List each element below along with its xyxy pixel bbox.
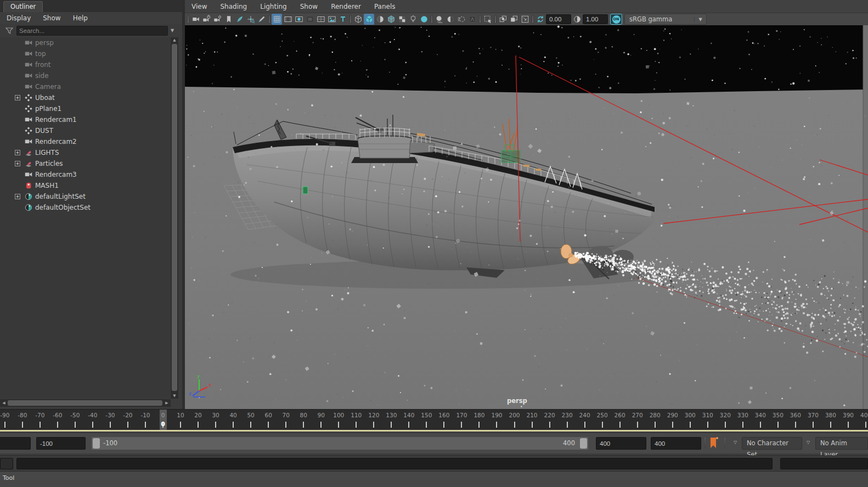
outliner-item-rendercam2[interactable]: Rendercam2 bbox=[0, 136, 170, 147]
tab-outliner[interactable]: Outliner bbox=[3, 1, 43, 12]
gate-mask-button[interactable] bbox=[305, 14, 315, 25]
shadows-button[interactable] bbox=[434, 14, 444, 25]
contrast-button[interactable] bbox=[572, 14, 582, 25]
flat-lighting-button[interactable] bbox=[419, 14, 429, 25]
wireframe-on-shaded-button[interactable] bbox=[386, 14, 396, 25]
outliner-item-dust[interactable]: DUST bbox=[0, 125, 170, 136]
range-end-field[interactable] bbox=[596, 437, 646, 450]
grid-toggle-button[interactable] bbox=[272, 14, 282, 25]
search-dropdown-icon[interactable]: ▼ bbox=[168, 26, 177, 35]
outliner-item-particles[interactable]: Particles bbox=[0, 158, 170, 169]
create-bookmark-button[interactable] bbox=[709, 437, 719, 449]
grease-pencil-button[interactable] bbox=[234, 14, 245, 25]
outliner-item-lights[interactable]: LIGHTS bbox=[0, 147, 170, 158]
zoom-region-button[interactable] bbox=[520, 14, 530, 25]
toolbar-separator[interactable] bbox=[186, 15, 190, 24]
hscroll-thumb[interactable] bbox=[8, 400, 162, 406]
outliner-menu-display[interactable]: Display bbox=[7, 12, 31, 24]
toolbar-separator[interactable] bbox=[531, 15, 534, 24]
filter-icon[interactable] bbox=[4, 26, 14, 35]
outliner-horizontal-scrollbar[interactable]: ◀ ▶ bbox=[0, 399, 171, 407]
green-marker[interactable] bbox=[303, 187, 308, 194]
textured-display-button[interactable] bbox=[375, 14, 385, 25]
select-camera-button[interactable] bbox=[190, 14, 201, 25]
field-chart-button[interactable] bbox=[315, 14, 326, 25]
hud-toggle-button[interactable] bbox=[337, 14, 348, 25]
use-default-material-button[interactable] bbox=[397, 14, 407, 25]
paint-tool-button[interactable] bbox=[256, 14, 267, 25]
anti-aliasing-button[interactable] bbox=[467, 14, 477, 25]
expand-icon[interactable] bbox=[15, 161, 20, 166]
range-slider-track[interactable]: -100 400 bbox=[92, 437, 588, 450]
outliner-item-rendercam3[interactable]: Rendercam3 bbox=[0, 169, 170, 180]
expand-icon[interactable] bbox=[15, 95, 20, 100]
range-start-field[interactable] bbox=[36, 437, 86, 450]
toolbar-separator[interactable] bbox=[348, 15, 352, 24]
time-slider[interactable]: -90-80-70-60-50-40-30-20-100102030405060… bbox=[0, 409, 868, 432]
toolbar-separator[interactable] bbox=[267, 15, 271, 24]
image-plane-button[interactable] bbox=[326, 14, 337, 25]
scroll-up-icon[interactable]: ▲ bbox=[171, 38, 178, 42]
range-start-handle[interactable] bbox=[93, 438, 100, 449]
outliner-item-defaultobjectset[interactable]: defaultObjectSet bbox=[0, 202, 170, 213]
outliner-item-side[interactable]: side bbox=[0, 70, 170, 81]
scroll-left-icon[interactable]: ◀ bbox=[1, 401, 7, 405]
animation-start-field[interactable] bbox=[0, 437, 31, 450]
viewport-menu-panels[interactable]: Panels bbox=[374, 0, 396, 13]
outliner-item-persp[interactable]: persp bbox=[0, 37, 170, 48]
bookmarks-button[interactable] bbox=[223, 14, 234, 25]
vscroll-thumb[interactable] bbox=[172, 44, 177, 391]
viewport-menu-lighting[interactable]: Lighting bbox=[260, 0, 287, 13]
toolbar-separator[interactable] bbox=[430, 15, 433, 24]
outliner-item-front[interactable]: front bbox=[0, 59, 170, 70]
scene-lights-button[interactable] bbox=[408, 14, 418, 25]
viewport-snapshot-button[interactable] bbox=[498, 14, 508, 25]
outliner-item-top[interactable]: top bbox=[0, 48, 170, 59]
view-transform-dropdown[interactable]: sRGB gamma▼ bbox=[624, 14, 707, 25]
chevron-down-icon[interactable]: ▼ bbox=[694, 17, 706, 22]
command-line-input[interactable] bbox=[16, 458, 773, 469]
scroll-right-icon[interactable]: ▶ bbox=[164, 401, 170, 405]
outliner-menu-help[interactable]: Help bbox=[73, 12, 88, 24]
range-end-handle[interactable] bbox=[580, 438, 587, 449]
viewport-menu-shading[interactable]: Shading bbox=[220, 0, 247, 13]
color-management-toggle[interactable]: ON bbox=[610, 14, 622, 25]
outliner-item-rendercam1[interactable]: Rendercam1 bbox=[0, 114, 170, 125]
outliner-item-uboat[interactable]: Uboat bbox=[0, 92, 170, 103]
wireframe-display-button[interactable] bbox=[353, 14, 363, 25]
gamma-field[interactable] bbox=[583, 14, 608, 24]
scroll-down-icon[interactable]: ▼ bbox=[171, 394, 178, 398]
smooth-shade-button[interactable] bbox=[364, 14, 374, 25]
resolution-gate-button[interactable] bbox=[294, 14, 304, 25]
toolbar-separator[interactable] bbox=[478, 15, 482, 24]
ambient-occlusion-button[interactable] bbox=[445, 14, 455, 25]
character-set-menu-icon[interactable]: ▽ bbox=[734, 440, 737, 445]
outliner-item-camera[interactable]: Camera bbox=[0, 81, 170, 92]
camera-attributes-button[interactable] bbox=[212, 14, 223, 25]
character-set-dropdown[interactable]: No Character Set bbox=[742, 437, 802, 450]
toolbar-separator[interactable] bbox=[493, 15, 497, 24]
isolate-select-button[interactable] bbox=[482, 14, 493, 25]
outliner-vertical-scrollbar[interactable]: ▲ ▼ bbox=[171, 37, 178, 399]
exposure-field[interactable] bbox=[546, 14, 571, 24]
lock-camera-button[interactable] bbox=[201, 14, 212, 25]
anim-layer-menu-icon[interactable]: ▽ bbox=[807, 440, 810, 445]
snapshot-overlay-button[interactable] bbox=[509, 14, 519, 25]
motion-blur-button[interactable] bbox=[456, 14, 466, 25]
outliner-menu-show[interactable]: Show bbox=[43, 12, 60, 24]
command-line-mode-button[interactable] bbox=[0, 458, 13, 469]
tumble-pivot-button[interactable] bbox=[245, 14, 256, 25]
expand-icon[interactable] bbox=[15, 194, 20, 199]
expand-icon[interactable] bbox=[15, 150, 20, 155]
anim-layer-dropdown[interactable]: No Anim Layer bbox=[815, 437, 868, 450]
animation-end-field[interactable] bbox=[651, 437, 701, 450]
command-result-field[interactable] bbox=[780, 458, 868, 469]
outliner-item-defaultlightset[interactable]: defaultLightSet bbox=[0, 191, 170, 202]
exposure-cycle-button[interactable] bbox=[535, 14, 545, 25]
viewport-canvas[interactable]: y x z persp bbox=[185, 25, 868, 409]
viewport-menu-view[interactable]: View bbox=[191, 0, 207, 13]
outliner-item-pplane1[interactable]: pPlane1 bbox=[0, 103, 170, 114]
search-input[interactable] bbox=[16, 26, 168, 36]
film-gate-button[interactable] bbox=[283, 14, 293, 25]
outliner-item-mash1[interactable]: MASH1 bbox=[0, 180, 170, 191]
